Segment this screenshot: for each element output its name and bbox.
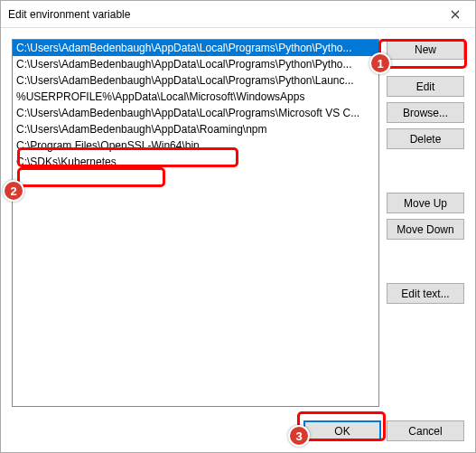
list-item[interactable]: C:\Users\AdamBedenbaugh\AppData\Local\Pr… xyxy=(13,105,378,121)
move-down-button[interactable]: Move Down xyxy=(387,219,464,240)
cancel-button[interactable]: Cancel xyxy=(387,420,464,441)
dialog-footer: OK Cancel xyxy=(303,420,464,441)
list-item[interactable]: C:\Users\AdamBedenbaugh\AppData\Local\Pr… xyxy=(13,72,378,89)
list-item[interactable]: C:\Users\AdamBedenbaugh\AppData\Local\Pr… xyxy=(13,56,378,72)
close-icon xyxy=(451,10,460,19)
list-item[interactable]: C:\SDKs\Kubernetes xyxy=(13,154,378,170)
list-item[interactable]: %USERPROFILE%\AppData\Local\Microsoft\Wi… xyxy=(13,89,378,105)
list-item[interactable]: C:\Users\AdamBedenbaugh\AppData\Local\Pr… xyxy=(13,40,378,56)
window-title: Edit environment variable xyxy=(8,8,130,21)
ok-button[interactable]: OK xyxy=(303,420,381,441)
move-up-button[interactable]: Move Up xyxy=(387,193,464,213)
close-button[interactable] xyxy=(434,1,475,27)
dialog-content: C:\Users\AdamBedenbaugh\AppData\Local\Pr… xyxy=(1,28,475,452)
delete-button[interactable]: Delete xyxy=(387,128,464,149)
titlebar: Edit environment variable xyxy=(1,1,475,28)
new-button[interactable]: New xyxy=(387,39,464,60)
list-item[interactable]: C:\Program Files\OpenSSL-Win64\bin xyxy=(13,137,378,154)
edit-button[interactable]: Edit xyxy=(387,76,464,97)
button-sidebar: New Edit Browse... Delete Move Up Move D… xyxy=(387,39,464,407)
path-listbox[interactable]: C:\Users\AdamBedenbaugh\AppData\Local\Pr… xyxy=(12,39,379,407)
edit-text-button[interactable]: Edit text... xyxy=(387,283,464,304)
list-item[interactable]: C:\Users\AdamBedenbaugh\AppData\Roaming\… xyxy=(13,121,378,137)
browse-button[interactable]: Browse... xyxy=(387,102,464,123)
